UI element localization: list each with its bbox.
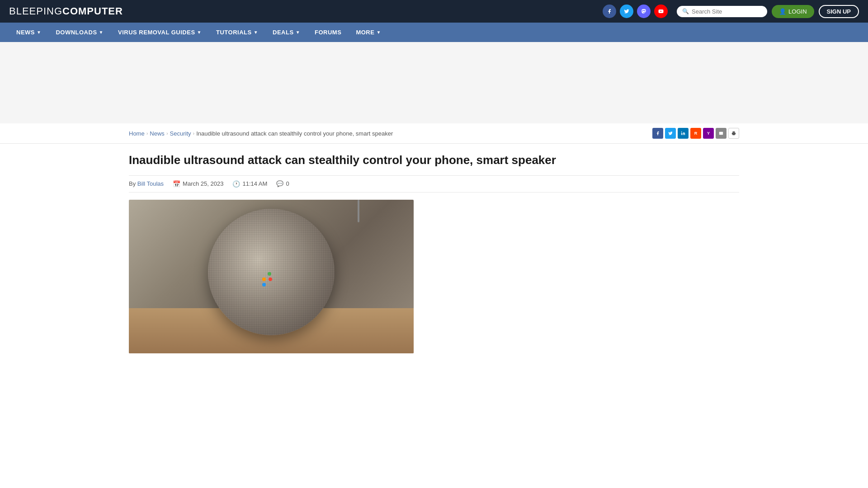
article-image xyxy=(129,200,414,353)
share-twitter-button[interactable] xyxy=(665,128,676,139)
nav-deals-arrow: ▼ xyxy=(296,30,300,35)
svg-point-0 xyxy=(681,131,682,132)
search-icon: 🔍 xyxy=(682,8,689,14)
share-linkedin-button[interactable] xyxy=(678,128,689,139)
nav-more-arrow: ▼ xyxy=(376,30,381,35)
signup-button[interactable]: SIGN UP xyxy=(819,5,859,18)
author-prefix: By xyxy=(129,180,136,187)
nav-news-label: NEWS xyxy=(16,29,35,36)
article-date: March 25, 2023 xyxy=(183,180,223,187)
breadcrumb-news[interactable]: News xyxy=(150,130,165,137)
cable-visual xyxy=(358,200,359,222)
nav-news-arrow: ▼ xyxy=(37,30,41,35)
share-facebook-button[interactable] xyxy=(652,128,663,139)
youtube-icon[interactable] xyxy=(654,5,668,18)
nav-downloads-label: DOWNLOADS xyxy=(56,29,97,36)
author-link[interactable]: Bill Toulas xyxy=(137,180,164,187)
led-blue xyxy=(262,283,266,286)
site-logo[interactable]: BLEEPINGCOMPUTER xyxy=(9,5,123,17)
main-nav: NEWS ▼ DOWNLOADS ▼ VIRUS REMOVAL GUIDES … xyxy=(0,23,868,42)
article-title: Inaudible ultrasound attack can stealthi… xyxy=(129,153,739,168)
clock-icon: 🕐 xyxy=(232,180,240,188)
logo-light-text: BLEEPING xyxy=(9,5,62,17)
article-image-container xyxy=(129,200,414,353)
login-button[interactable]: 👤 LOGIN xyxy=(772,5,814,18)
article-date-item: 📅 March 25, 2023 xyxy=(173,180,223,188)
breadcrumb-security[interactable]: Security xyxy=(170,130,191,137)
article-section: Inaudible ultrasound attack can stealthi… xyxy=(0,144,868,362)
led-orange xyxy=(262,277,266,281)
article-author: By Bill Toulas xyxy=(129,180,164,187)
nav-deals-label: DEALS xyxy=(273,29,294,36)
nav-virus-arrow: ▼ xyxy=(197,30,202,35)
nav-forums-label: FORUMS xyxy=(315,29,341,36)
nav-more-label: MORE xyxy=(356,29,374,36)
speaker-lights xyxy=(262,272,272,286)
led-red xyxy=(269,277,272,281)
nav-tutorials-label: TUTORIALS xyxy=(216,29,252,36)
breadcrumb-current: Inaudible ultrasound attack can stealthi… xyxy=(196,130,393,137)
social-icons-header xyxy=(603,5,668,18)
article-comments-count: 0 xyxy=(286,180,289,187)
svg-rect-1 xyxy=(733,134,735,135)
nav-more[interactable]: MORE ▼ xyxy=(349,23,388,42)
header-right: 🔍 👤 LOGIN SIGN UP xyxy=(603,5,859,18)
advertisement-banner xyxy=(0,42,868,123)
breadcrumb-home[interactable]: Home xyxy=(129,130,145,137)
nav-downloads-arrow: ▼ xyxy=(99,30,104,35)
login-label: LOGIN xyxy=(788,8,807,15)
calendar-icon: 📅 xyxy=(173,180,180,188)
breadcrumb-sep-2: › xyxy=(166,131,168,136)
share-icons: R Y xyxy=(652,128,739,139)
article-time: 11:14 AM xyxy=(242,180,267,187)
nav-downloads[interactable]: DOWNLOADS ▼ xyxy=(48,23,111,42)
share-yahoo-button[interactable]: Y xyxy=(703,128,714,139)
article-meta: By Bill Toulas 📅 March 25, 2023 🕐 11:14 … xyxy=(129,175,739,192)
article-time-item: 🕐 11:14 AM xyxy=(232,180,267,188)
nav-forums[interactable]: FORUMS xyxy=(307,23,349,42)
nav-deals[interactable]: DEALS ▼ xyxy=(265,23,307,42)
breadcrumb-bar: Home › News › Security › Inaudible ultra… xyxy=(0,123,868,144)
share-reddit-button[interactable]: R xyxy=(690,128,701,139)
breadcrumb-sep-1: › xyxy=(146,131,148,136)
led-green xyxy=(268,272,271,276)
search-bar[interactable]: 🔍 xyxy=(677,6,767,17)
share-email-button[interactable] xyxy=(716,128,726,139)
share-print-button[interactable] xyxy=(728,128,739,139)
article-comments-item[interactable]: 💬 0 xyxy=(276,180,289,187)
logo-bold-text: COMPUTER xyxy=(62,5,123,17)
nav-tutorials[interactable]: TUTORIALS ▼ xyxy=(209,23,265,42)
nav-tutorials-arrow: ▼ xyxy=(254,30,258,35)
site-header: BLEEPINGCOMPUTER 🔍 xyxy=(0,0,868,23)
mastodon-icon[interactable] xyxy=(637,5,651,18)
comment-icon: 💬 xyxy=(276,180,283,187)
breadcrumb-sep-3: › xyxy=(193,131,195,136)
breadcrumb: Home › News › Security › Inaudible ultra… xyxy=(129,130,393,137)
nav-news[interactable]: NEWS ▼ xyxy=(9,23,48,42)
facebook-icon[interactable] xyxy=(603,5,616,18)
search-input[interactable] xyxy=(692,8,762,15)
user-icon: 👤 xyxy=(779,8,786,15)
nav-virus-removal[interactable]: VIRUS REMOVAL GUIDES ▼ xyxy=(111,23,209,42)
nav-virus-label: VIRUS REMOVAL GUIDES xyxy=(118,29,195,36)
twitter-icon[interactable] xyxy=(620,5,633,18)
